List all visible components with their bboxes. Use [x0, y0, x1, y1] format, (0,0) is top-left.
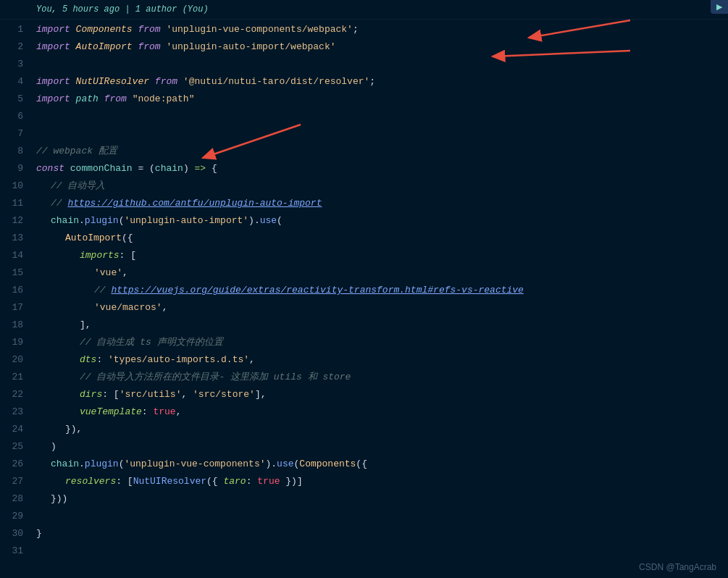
line-num-2: 2 [0, 38, 23, 56]
code-line-5: import path from "node:path" [36, 91, 728, 108]
line-num-7: 7 [0, 125, 23, 143]
prop-taro: taro [218, 476, 246, 487]
class-components: Components [299, 458, 356, 469]
code-line-28: })) [36, 490, 728, 508]
code-content: 1 2 3 4 5 6 7 8 9 10 11 12 13 14 15 16 1… [0, 20, 728, 576]
code-line-30: } [36, 525, 728, 543]
code-line-20: dts: 'types/auto-imports.d.ts', [36, 351, 728, 369]
arrow-fn: => [189, 163, 212, 174]
comma1: , [122, 267, 128, 278]
code-line-15: 'vue', [36, 264, 728, 282]
fn-plugin2: plugin [85, 458, 119, 469]
comment-dirs: // 自动导入方法所在的文件目录- 这里添加 utils 和 store [80, 372, 351, 382]
code-line-16: // https://vuejs.org/guide/extras/reacti… [36, 282, 728, 299]
code-editor: ▶ You, 5 hours ago | 1 author (You) 1 2 [0, 0, 728, 578]
paren-close2: ) [51, 441, 57, 452]
colon6: : [246, 476, 258, 487]
code-line-6 [36, 108, 728, 125]
line-num-27: 27 [0, 473, 23, 490]
code-line-12: chain.plugin('unplugin-auto-import').use… [36, 212, 728, 230]
prop-imports: imports [80, 250, 120, 261]
keyword-import: import [36, 24, 76, 35]
comma4: , [181, 389, 193, 400]
line-num-4: 4 [0, 73, 23, 91]
line-num-26: 26 [0, 456, 23, 473]
line-num-17: 17 [0, 299, 23, 317]
code-line-8: // webpack 配置 [36, 143, 728, 160]
code-line-7 [36, 125, 728, 143]
semicolon: ; [353, 24, 359, 35]
string-unplugin-auto: 'unplugin-auto-import/webpack' [166, 41, 335, 52]
code-line-13: AutoImport({ [36, 230, 728, 247]
prop-dts: dts [80, 354, 96, 365]
colon5: : [ [116, 476, 133, 487]
bool-true2: true [257, 476, 280, 487]
line-num-11: 11 [0, 195, 23, 212]
fn-nutuiresolver: NutUIResolver [133, 476, 206, 487]
line-num-24: 24 [0, 421, 23, 438]
fn-use2: use [277, 458, 293, 469]
line-num-31: 31 [0, 543, 23, 560]
link-github: https://github.com/antfu/unplugin-auto-i… [67, 198, 322, 209]
line-num-14: 14 [0, 247, 23, 264]
link-vuejs: https://vuejs.org/guide/extras/reactivit… [111, 285, 524, 296]
paren-close: ) [183, 163, 189, 174]
colon2: : [96, 354, 108, 365]
bool-true: true [153, 406, 175, 417]
code-line-9: const commonChain = (chain) => { [36, 160, 728, 177]
prop-vuetemplate: vueTemplate [80, 406, 142, 417]
keyword-from4: from [104, 93, 133, 104]
bracket-close2: ], [255, 389, 267, 400]
line-numbers: 1 2 3 4 5 6 7 8 9 10 11 12 13 14 15 16 1… [0, 20, 30, 576]
str-auto-import-plugin: 'unplugin-auto-import' [124, 215, 248, 226]
paren8: ({ [356, 458, 367, 469]
top-right-button[interactable]: ▶ [711, 0, 728, 14]
keyword-import2: import [36, 41, 76, 52]
comma5: , [176, 406, 182, 417]
line-num-10: 10 [0, 177, 23, 195]
keyword-const: const [36, 163, 70, 174]
comment-webpack: // webpack 配置 [36, 146, 117, 156]
code-line-2: import AutoImport from 'unplugin-auto-im… [36, 38, 728, 56]
str-dts-path: 'types/auto-imports.d.ts' [108, 354, 249, 365]
line-num-22: 22 [0, 386, 23, 403]
code-line-14: imports: [ [36, 247, 728, 264]
code-line-23: vueTemplate: true, [36, 403, 728, 421]
line-num-3: 3 [0, 56, 23, 73]
line-num-20: 20 [0, 351, 23, 369]
line-num-12: 12 [0, 212, 23, 230]
line-num-13: 13 [0, 230, 23, 247]
str-src-store: 'src/store' [193, 389, 255, 400]
line-num-30: 30 [0, 525, 23, 543]
line-num-25: 25 [0, 438, 23, 456]
line-num-1: 1 [0, 21, 23, 38]
paren-open: ( [149, 163, 155, 174]
comma2: , [162, 302, 168, 313]
line-num-21: 21 [0, 369, 23, 386]
line-num-23: 23 [0, 403, 23, 421]
line-num-28: 28 [0, 490, 23, 508]
str-vue-macros: 'vue/macros' [94, 302, 162, 313]
str-vue: 'vue' [94, 267, 122, 278]
identifier-nutuiresolver: NutUIResolver [76, 76, 155, 87]
brace-open: { [212, 163, 217, 174]
keyword-from2: from [138, 41, 166, 52]
code-line-27: resolvers: [NutUIResolver({ taro: true }… [36, 473, 728, 490]
keyword-import4: import [36, 93, 76, 104]
comment-dts: // 自动生成 ts 声明文件的位置 [80, 337, 223, 348]
code-line-10: // 自动导入 [36, 177, 728, 195]
colon3: : [ [102, 389, 119, 400]
assign: = [133, 163, 149, 174]
code-line-4: import NutUIResolver from '@nutui/nutui-… [36, 73, 728, 91]
line-num-16: 16 [0, 282, 23, 299]
closing2: })) [51, 493, 67, 504]
line-num-15: 15 [0, 264, 23, 282]
code-line-3 [36, 56, 728, 73]
comma3: , [249, 354, 255, 365]
comment-vue-url: // [94, 285, 111, 296]
param-chain: chain [155, 163, 183, 174]
line-num-5: 5 [0, 91, 23, 108]
watermark: CSDN @TangAcrab [639, 562, 716, 572]
identifier-components: Components [76, 24, 138, 35]
line-num-19: 19 [0, 334, 23, 351]
